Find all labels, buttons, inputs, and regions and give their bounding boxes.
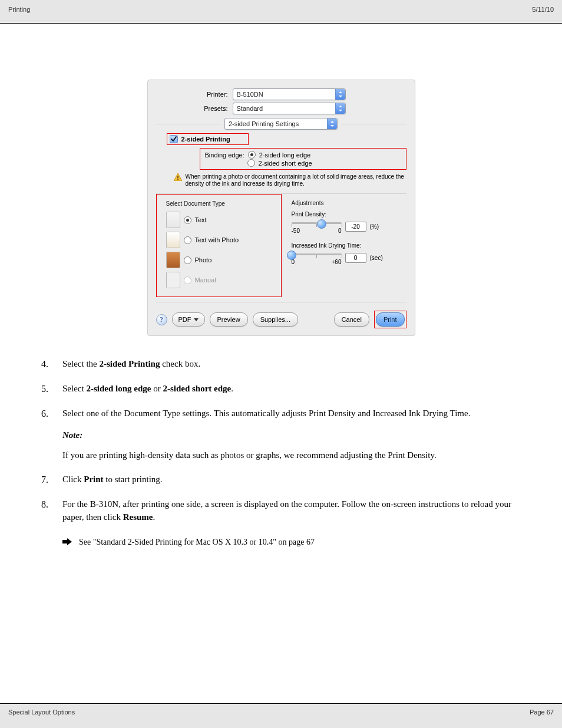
- chevron-down-icon: [194, 318, 199, 321]
- step-8-bold1: Resume: [123, 512, 153, 522]
- binding-long-edge-label: 2-sided long edge: [259, 151, 310, 159]
- doctype-photo-icon: [166, 252, 180, 268]
- doctype-photo-label: Photo: [195, 256, 212, 263]
- step-6: 6. Select one of the Document Type setti…: [41, 407, 521, 462]
- dialog-screenshot: Printer: B-510DN Presets: Standard: [0, 80, 562, 336]
- drytime-slider-knob[interactable]: [287, 251, 296, 260]
- doctype-manual-icon: [166, 272, 180, 288]
- binding-short-edge-radio[interactable]: [247, 159, 255, 167]
- footer-left: Special Layout Options: [8, 709, 75, 716]
- presets-row: Presets: Standard: [156, 103, 406, 114]
- adjustments-group: Adjustments Print Density:: [282, 194, 406, 297]
- doctype-textwithphoto-option[interactable]: Text with Photo: [166, 232, 274, 248]
- warning-icon: [174, 173, 182, 181]
- doctype-photo-option[interactable]: Photo: [166, 252, 274, 268]
- binding-edge-label: Binding edge:: [205, 151, 244, 159]
- step-8: 8. For the B-310N, after printing one si…: [41, 498, 521, 550]
- doctype-photo-radio[interactable]: [184, 256, 191, 264]
- doctype-textwithphoto-radio[interactable]: [184, 236, 191, 244]
- step-8-textB: .: [153, 512, 156, 522]
- doctype-textwithphoto-label: Text with Photo: [195, 236, 239, 243]
- doctype-textwithphoto-icon: [166, 232, 180, 248]
- instruction-text: 4. Select the 2-sided Printing check box…: [0, 336, 562, 550]
- header-right: 5/11/10: [532, 6, 554, 13]
- print-density-unit: (%): [370, 223, 379, 230]
- step-4-num: 4.: [41, 357, 54, 371]
- step-8-num: 8.: [41, 498, 54, 550]
- step-5-num: 5.: [41, 382, 54, 396]
- print-button-highlight: Print: [374, 311, 406, 328]
- doctype-text-label: Text: [195, 216, 207, 223]
- cancel-button[interactable]: Cancel: [334, 312, 369, 327]
- dropdown-arrows-icon: [335, 103, 345, 114]
- binding-short-edge-label: 2-sided short edge: [259, 160, 312, 167]
- printer-row: Printer: B-510DN: [156, 88, 406, 100]
- print-button[interactable]: Print: [376, 312, 405, 327]
- drytime-max: +60: [332, 259, 342, 265]
- step-4: 4. Select the 2-sided Printing check box…: [41, 357, 521, 371]
- print-density-slider-knob[interactable]: [317, 219, 326, 229]
- doctype-manual-option: Manual: [166, 272, 274, 288]
- print-density-label: Print Density:: [292, 211, 399, 218]
- dialog-button-row: ? PDF Preview Supplies... Cancel Print: [156, 311, 406, 328]
- supplies-button[interactable]: Supplies...: [253, 312, 298, 327]
- drytime-unit: (sec): [370, 255, 383, 261]
- doctype-manual-label: Manual: [195, 276, 216, 284]
- binding-long-edge-radio[interactable]: [248, 151, 256, 159]
- help-button[interactable]: ?: [156, 314, 167, 325]
- step-4-bold1: 2-sided Printing: [99, 359, 160, 368]
- binding-edge-group: Binding edge: 2-sided long edge 2-sided …: [200, 148, 406, 170]
- warning-row: When printing a photo or document contai…: [174, 173, 406, 187]
- step-5-textA: Select: [62, 384, 86, 393]
- printer-select[interactable]: B-510DN: [233, 88, 346, 100]
- print-density-slider[interactable]: [292, 219, 342, 228]
- page-footer: Special Layout Options Page 67: [0, 703, 562, 728]
- settings-groups: Select Document Type Text Text with Phot…: [156, 193, 406, 297]
- footer-right: Page 67: [530, 709, 554, 716]
- step-5: 5. Select 2-sided long edge or 2-sided s…: [41, 382, 521, 396]
- step-7-textB: to start printing.: [104, 475, 163, 484]
- step-7: 7. Click Print to start printing.: [41, 473, 521, 487]
- doctype-text-radio[interactable]: [184, 216, 191, 224]
- step-5-textB: or: [151, 384, 163, 393]
- step-6-textA: Select one of the Document Type settings…: [62, 409, 470, 418]
- dropdown-arrows-icon: [335, 89, 345, 100]
- step-7-bold1: Print: [84, 475, 103, 484]
- drytime-label: Increased Ink Drying Time:: [292, 242, 399, 249]
- drytime-value[interactable]: 0: [345, 253, 366, 263]
- presets-select[interactable]: Standard: [233, 103, 346, 114]
- dialog-divider: [156, 302, 406, 302]
- step-7-num: 7.: [41, 473, 54, 487]
- step-4-textB: check box.: [160, 359, 200, 368]
- doctype-manual-radio: [184, 276, 191, 284]
- print-density-value[interactable]: -20: [345, 222, 366, 232]
- panel-select[interactable]: 2-sided Printing Settings: [224, 118, 338, 130]
- step-4-textA: Select the: [62, 359, 99, 368]
- step-5-bold2: 2-sided short edge: [163, 384, 231, 393]
- print-dialog: Printer: B-510DN Presets: Standard: [147, 80, 415, 336]
- dropdown-arrows-icon: [327, 118, 337, 129]
- step-7-textA: Click: [62, 475, 84, 484]
- two-sided-printing-checkbox[interactable]: 2-sided Printing: [167, 133, 249, 145]
- adjustments-title: Adjustments: [292, 200, 399, 206]
- svg-rect-2: [177, 179, 178, 180]
- doctype-text-icon: [166, 212, 180, 228]
- document-type-title: Select Document Type: [166, 200, 274, 207]
- printer-label: Printer:: [156, 91, 233, 98]
- pdf-button[interactable]: PDF: [172, 312, 205, 327]
- step-6-note-label: Note:: [62, 429, 82, 442]
- header-left: Printing: [8, 6, 30, 13]
- panel-value: 2-sided Printing Settings: [229, 118, 327, 129]
- step-6-num: 6.: [41, 407, 54, 462]
- arrow-right-icon: [62, 538, 72, 546]
- printer-value: B-510DN: [237, 89, 335, 100]
- doctype-text-option[interactable]: Text: [166, 212, 274, 228]
- drytime-slider[interactable]: [292, 251, 342, 259]
- presets-value: Standard: [237, 103, 335, 114]
- warning-text: When printing a photo or document contai…: [186, 173, 406, 187]
- see-reference-text: See "Standard 2-Sided Printing for Mac O…: [79, 536, 315, 548]
- step-5-textC: .: [231, 384, 233, 393]
- print-density-min: -50: [292, 228, 300, 234]
- two-sided-printing-label: 2-sided Printing: [181, 136, 230, 143]
- preview-button[interactable]: Preview: [210, 312, 248, 327]
